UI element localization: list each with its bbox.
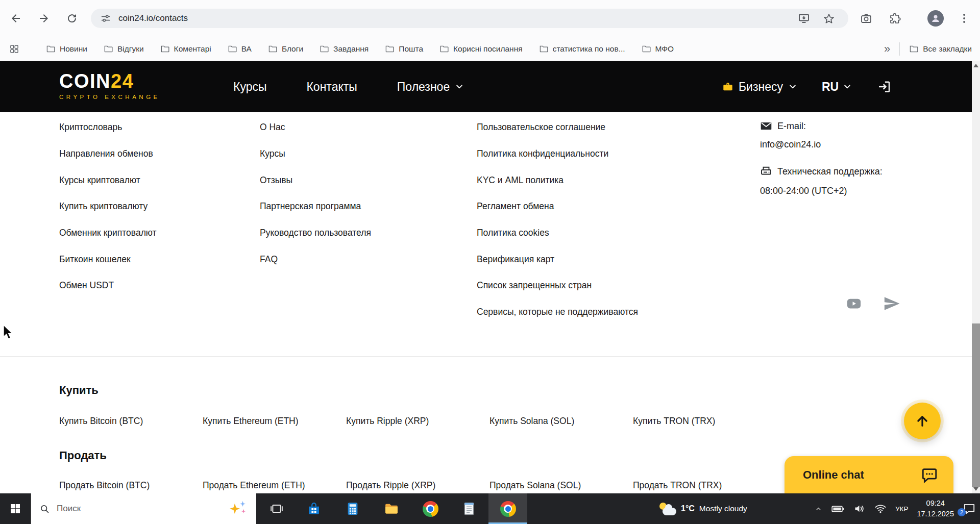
volume-icon[interactable] [853,503,866,515]
sell-link[interactable]: Продать Ethereum (ETH) [203,480,346,491]
scroll-to-top-button[interactable] [904,403,941,439]
footer-link[interactable]: Криптословарь [59,114,157,141]
store-button[interactable] [295,493,333,524]
bookmark-folder[interactable]: Корисні посилання [439,44,523,54]
file-explorer-button[interactable] [372,493,411,524]
bookmarks-overflow-chevron[interactable]: » [884,43,890,55]
taskbar-clock[interactable]: 09:24 17.12.2025 [917,498,954,519]
chevron-down-icon [788,82,797,91]
bookmark-folder[interactable]: МФО [642,44,674,54]
footer-link[interactable]: Регламент обмена [477,193,638,220]
nav-useful[interactable]: Полезное [397,80,464,94]
footer-link[interactable]: Курсы криптовалют [59,167,157,193]
keyboard-language[interactable]: УКР [895,505,908,513]
scrollbar-up-arrow[interactable] [973,64,978,67]
profile-avatar[interactable] [927,10,944,27]
chrome-button[interactable] [411,493,450,524]
weather-widget[interactable]: 1°C Mostly cloudy [655,493,751,524]
weather-condition: Mostly cloudy [699,504,747,513]
folder-icon [439,44,449,54]
bookmark-folder[interactable]: Блоги [268,44,303,54]
buy-link[interactable]: Купить Bitcoin (BTC) [59,416,203,427]
footer-link[interactable]: Политика конфиденциальности [477,141,638,167]
footer-column-3: Пользовательское соглашение Политика кон… [477,114,638,326]
start-button[interactable] [0,493,31,524]
camera-icon[interactable] [860,12,872,24]
search-highlights[interactable] [229,501,251,516]
footer-link[interactable]: Политика cookies [477,220,638,246]
footer-link[interactable]: Обмен USDT [59,272,157,299]
bookmark-folder[interactable]: статистика по нов... [539,44,625,54]
notepad-button[interactable] [450,493,488,524]
sell-link[interactable]: Продать Ripple (XRP) [346,480,489,491]
all-bookmarks[interactable]: Все закладки [909,44,972,54]
footer-link[interactable]: Руководство пользователя [260,220,371,246]
bookmark-label: статистика по нов... [553,44,625,54]
footer-link[interactable]: KYC и AML политика [477,167,638,193]
bookmark-folder[interactable]: Пошта [385,44,423,54]
buy-link[interactable]: Купить Solana (SOL) [489,416,633,427]
footer-link[interactable]: Обменник криптовалют [59,220,157,246]
site-logo[interactable]: COIN24 CRYPTO EXCHANGE [59,71,160,100]
language-selector[interactable]: RU [822,80,852,94]
footer-link[interactable]: Сервисы, которые не поддерживаются [477,299,638,326]
calculator-button[interactable] [333,493,372,524]
bookmark-folder[interactable]: ВА [228,44,252,54]
install-icon[interactable] [798,12,810,24]
footer-link[interactable]: Купить криптовалюту [59,193,157,220]
footer-link[interactable]: Список запрещенных стран [477,272,638,299]
buy-link[interactable]: Купить Ethereum (ETH) [203,416,346,427]
store-icon [306,501,322,516]
telegram-icon[interactable] [883,295,900,312]
social-links [843,295,900,312]
logo-subtitle: CRYPTO EXCHANGE [59,94,160,100]
email-address[interactable]: info@coin24.io [760,139,821,150]
bookmark-folder[interactable]: Коментарі [160,44,211,54]
footer-link[interactable]: Верификация карт [477,246,638,272]
apps-grid-icon[interactable] [9,44,19,54]
footer-link[interactable]: Курсы [260,141,371,167]
taskbar-search[interactable]: Поиск [31,493,256,524]
sparkle-icon [241,509,246,514]
forward-icon[interactable] [38,12,50,24]
chrome-active-button[interactable] [488,493,527,524]
buy-links-row: Купить Bitcoin (BTC) Купить Ethereum (ET… [59,413,776,429]
footer-link[interactable]: FAQ [260,246,371,272]
footer-link[interactable]: О Нас [260,114,371,141]
nav-rates[interactable]: Курсы [233,80,266,94]
footer-link[interactable]: Пользовательское соглашение [477,114,638,141]
online-chat-button[interactable]: Online chat [785,456,953,493]
notification-center[interactable]: 2 [963,502,976,515]
nav-contacts[interactable]: Контакты [306,80,357,94]
sell-link[interactable]: Продать TRON (TRX) [633,480,776,491]
page-scrollbar[interactable] [972,61,980,493]
footer-link[interactable]: Биткоин кошелек [59,246,157,272]
buy-link[interactable]: Купить TRON (TRX) [633,416,776,427]
footer-link[interactable]: Направления обменов [59,141,157,167]
site-info-icon[interactable] [100,13,111,24]
bookmark-folder[interactable]: Новини [46,44,87,54]
scrollbar-down-arrow[interactable] [973,487,978,491]
business-menu[interactable]: Бизнесу [722,80,797,94]
back-icon[interactable] [10,12,22,24]
bookmark-folder[interactable]: Відгуки [104,44,144,54]
scrollbar-thumb[interactable] [972,323,980,487]
bookmark-star-icon[interactable] [823,12,835,24]
menu-icon[interactable] [958,12,970,24]
email-icon [760,120,772,132]
battery-icon[interactable] [831,502,845,516]
task-view-button[interactable] [263,493,290,524]
reload-icon[interactable] [66,12,78,24]
url-bar[interactable]: coin24.io/contacts [91,9,848,28]
footer-link[interactable]: Партнерская программа [260,193,371,220]
network-icon[interactable] [874,503,887,515]
sell-link[interactable]: Продать Bitcoin (BTC) [59,480,203,491]
logout-icon[interactable] [876,79,892,94]
bookmark-folder[interactable]: Завдання [320,44,369,54]
footer-link[interactable]: Отзывы [260,167,371,193]
chevron-up-icon[interactable] [815,505,822,513]
extensions-icon[interactable] [889,12,901,24]
sell-link[interactable]: Продать Solana (SOL) [489,480,633,491]
buy-link[interactable]: Купить Ripple (XRP) [346,416,489,427]
youtube-icon[interactable] [843,296,865,311]
